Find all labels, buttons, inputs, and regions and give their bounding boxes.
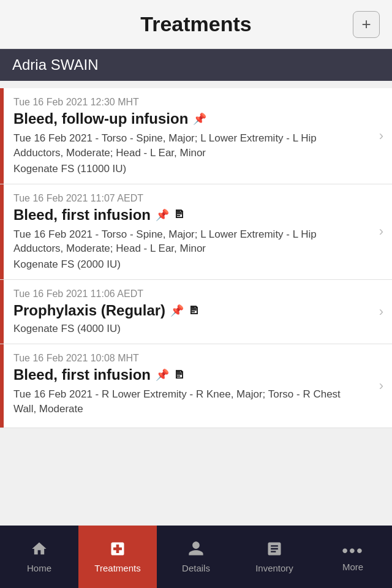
nav-item-inventory[interactable]: Inventory [235, 526, 314, 588]
chevron-right-icon: › [379, 128, 383, 144]
document-icon: 🖹 [174, 208, 185, 221]
treatment-list: Tue 16 Feb 2021 12:30 MHTBleed, follow-u… [0, 81, 392, 526]
treatment-date: Tue 16 Feb 2021 11:06 AEDT [13, 288, 365, 300]
treatments-icon [109, 540, 126, 560]
pin-icon: 📌 [156, 368, 169, 382]
treatment-detail: Tue 16 Feb 2021 - Torso - Spine, Major; … [13, 131, 365, 160]
treatment-item[interactable]: Tue 16 Feb 2021 10:08 MHTBleed, first in… [0, 344, 392, 428]
treatment-title-text: Bleed, follow-up infusion [13, 110, 188, 127]
nav-label-treatments: Treatments [94, 563, 140, 573]
pin-icon: 📌 [156, 208, 169, 222]
treatment-item[interactable]: Tue 16 Feb 2021 12:30 MHTBleed, follow-u… [0, 88, 392, 184]
page-title: Treatments [140, 12, 251, 36]
patient-bar: Adria SWAIN [0, 49, 392, 81]
treatment-date: Tue 16 Feb 2021 11:07 AEDT [13, 193, 365, 204]
treatment-title-text: Bleed, first infusion [13, 366, 151, 383]
treatment-medication: Kogenate FS (4000 IU) [13, 323, 365, 335]
pin-icon: 📌 [193, 112, 206, 126]
pin-icon: 📌 [170, 304, 184, 317]
nav-item-treatments[interactable]: Treatments [78, 526, 157, 588]
header: Treatments + [0, 0, 392, 49]
patient-name: Adria SWAIN [12, 56, 98, 74]
inventory-icon [266, 540, 283, 560]
chevron-right-icon: › [379, 304, 383, 320]
treatment-title-row: Bleed, follow-up infusion📌 [13, 110, 365, 127]
nav-item-home[interactable]: Home [0, 526, 78, 588]
treatment-title-row: Prophylaxis (Regular)📌🖹 [13, 302, 365, 319]
nav-label-more: More [342, 562, 363, 572]
nav-item-details[interactable]: Details [157, 526, 235, 588]
treatment-title-text: Bleed, first infusion [13, 206, 151, 224]
chevron-right-icon: › [379, 224, 383, 239]
add-button[interactable]: + [353, 11, 380, 38]
document-icon: 🖹 [189, 304, 200, 317]
treatment-title-text: Prophylaxis (Regular) [13, 302, 165, 319]
nav-label-home: Home [27, 563, 51, 573]
home-icon [31, 540, 48, 560]
document-icon: 🖹 [174, 369, 185, 382]
nav-label-inventory: Inventory [255, 563, 293, 573]
nav-item-more[interactable]: •••More [314, 526, 392, 588]
chevron-right-icon: › [379, 378, 383, 394]
details-icon [187, 540, 205, 560]
treatment-medication: Kogenate FS (2000 IU) [13, 258, 365, 271]
treatment-medication: Kogenate FS (11000 IU) [13, 163, 365, 175]
treatment-title-row: Bleed, first infusion📌🖹 [13, 206, 365, 224]
treatment-detail: Tue 16 Feb 2021 - R Lower Extremity - R … [13, 387, 365, 417]
treatment-date: Tue 16 Feb 2021 12:30 MHT [13, 97, 365, 108]
treatment-detail: Tue 16 Feb 2021 - Torso - Spine, Major; … [13, 227, 365, 257]
treatment-item[interactable]: Tue 16 Feb 2021 11:07 AEDTBleed, first i… [0, 184, 392, 281]
nav-label-details: Details [182, 563, 210, 573]
treatment-item[interactable]: Tue 16 Feb 2021 11:06 AEDTProphylaxis (R… [0, 280, 392, 344]
treatment-title-row: Bleed, first infusion📌🖹 [13, 366, 365, 383]
bottom-nav: HomeTreatmentsDetailsInventory•••More [0, 526, 392, 588]
treatment-date: Tue 16 Feb 2021 10:08 MHT [13, 353, 365, 364]
more-icon: ••• [342, 542, 363, 559]
